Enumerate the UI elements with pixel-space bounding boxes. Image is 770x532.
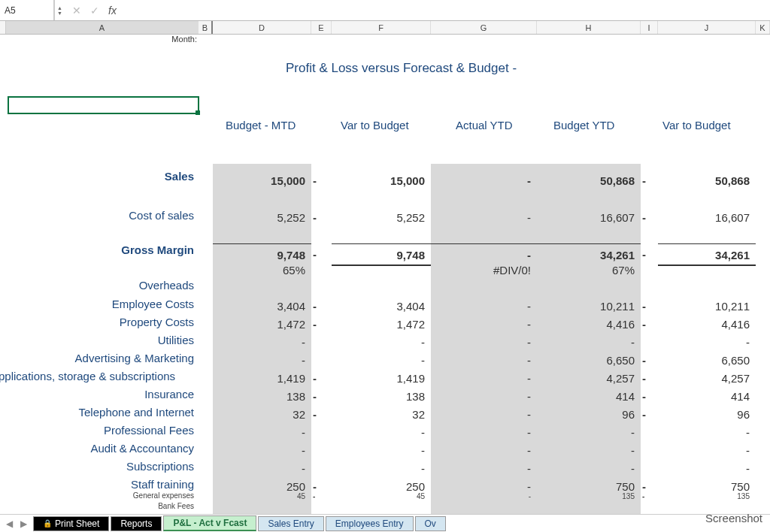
cell[interactable]: 10,211 [658,298,756,316]
cell[interactable]: - [641,316,658,334]
cell[interactable]: 1,472 [332,316,431,334]
fx-icon[interactable]: fx [108,5,117,17]
col-header-a[interactable]: A [6,21,199,34]
cell[interactable]: 3,404 [332,298,431,316]
cell[interactable]: - [641,170,658,192]
cell[interactable]: - [537,460,641,478]
tab-next-icon[interactable]: ▶ [17,518,30,529]
cell[interactable]: 5,252 [332,209,431,227]
cell[interactable] [431,502,537,512]
cell[interactable]: 50,868 [658,170,756,192]
cell[interactable] [213,502,311,512]
cell[interactable]: - [431,406,537,424]
cell[interactable] [641,334,658,352]
cell[interactable] [332,502,431,512]
cell[interactable]: 15,000 [213,170,311,192]
col-header-b[interactable]: B [199,21,213,34]
col-header-k[interactable]: K [756,21,770,34]
cell[interactable]: 10,211 [537,298,641,316]
cell[interactable]: - [213,424,311,442]
cell[interactable]: - [431,442,537,460]
cell[interactable]: - [641,491,658,502]
cell[interactable]: - [311,491,332,502]
cell[interactable] [658,502,756,512]
cell[interactable] [641,460,658,478]
tab-overheads-entry[interactable]: Ov [415,516,446,531]
cell[interactable]: - [332,424,431,442]
cell[interactable]: - [332,442,431,460]
cell[interactable]: - [213,442,311,460]
select-all-corner[interactable] [0,21,6,34]
cell[interactable]: - [332,334,431,352]
cell[interactable]: - [658,442,756,460]
cell[interactable]: - [431,334,537,352]
cell[interactable]: - [311,406,332,424]
cell[interactable]: - [641,209,658,227]
cell[interactable]: 135 [658,491,756,502]
cell[interactable]: - [431,170,537,192]
cell[interactable]: 135 [537,491,641,502]
col-header-h[interactable]: H [537,21,641,34]
cell[interactable] [641,502,658,512]
cell[interactable]: - [431,352,537,370]
cell[interactable]: - [311,388,332,406]
cell[interactable]: 4,416 [658,316,756,334]
cell[interactable]: - [431,491,537,502]
cell[interactable]: - [311,298,332,316]
name-box[interactable]: A5 [0,0,54,20]
cell[interactable]: 50,868 [537,170,641,192]
cell[interactable] [311,502,332,512]
cell[interactable] [311,334,332,352]
col-header-j[interactable]: J [658,21,756,34]
cell[interactable]: - [311,170,332,192]
cell[interactable]: 6,650 [658,352,756,370]
cell[interactable]: - [537,442,641,460]
cell[interactable] [311,352,332,370]
cell[interactable]: - [332,460,431,478]
cell[interactable]: 96 [537,406,641,424]
fill-handle[interactable] [196,110,200,115]
cell[interactable]: 1,472 [213,316,311,334]
col-header-i[interactable]: I [641,21,658,34]
tab-reports[interactable]: Reports [111,516,162,531]
cell[interactable]: 67% [537,261,641,280]
cell[interactable]: 15,000 [332,170,431,192]
cell[interactable]: 32 [332,406,431,424]
cell[interactable]: - [641,370,658,388]
cell[interactable]: - [537,424,641,442]
cell[interactable] [537,502,641,512]
tab-sales-entry[interactable]: Sales Entry [258,516,323,531]
cell[interactable]: #DIV/0! [431,261,537,280]
cell[interactable]: 45 [332,491,431,502]
cell[interactable]: 96 [658,406,756,424]
cell[interactable]: - [431,388,537,406]
cell[interactable] [311,442,332,460]
cell[interactable]: 16,607 [537,209,641,227]
cell[interactable]: 4,416 [537,316,641,334]
cell[interactable]: - [431,460,537,478]
cell[interactable]: 414 [658,388,756,406]
cell[interactable]: - [213,352,311,370]
tab-print-sheet[interactable]: 🔒Print Sheet [33,516,109,531]
cell[interactable]: - [641,352,658,370]
cell[interactable]: - [431,424,537,442]
name-box-stepper[interactable]: ▲ ▼ [54,0,65,20]
cell[interactable] [641,442,658,460]
col-header-f[interactable]: F [332,21,431,34]
cell[interactable]: 5,252 [213,209,311,227]
cell[interactable]: - [431,209,537,227]
cell[interactable]: 138 [332,388,431,406]
cell[interactable]: - [311,316,332,334]
chevron-up-icon[interactable]: ▲ [55,5,65,11]
cell[interactable] [641,424,658,442]
cancel-icon[interactable]: ✕ [72,5,81,17]
cell[interactable]: 138 [213,388,311,406]
cell[interactable]: 414 [537,388,641,406]
cell[interactable]: - [213,460,311,478]
tab-prev-icon[interactable]: ◀ [3,518,16,529]
tab-employees-entry[interactable]: Employees Entry [326,516,414,531]
cell[interactable]: 4,257 [537,370,641,388]
tab-pl-act-v-fcast[interactable]: P&L - Act v Fcast [163,515,256,531]
cell[interactable]: 65% [213,261,311,280]
spreadsheet-grid[interactable]: Month: Profit & Loss versus Forecast & B… [0,35,770,514]
